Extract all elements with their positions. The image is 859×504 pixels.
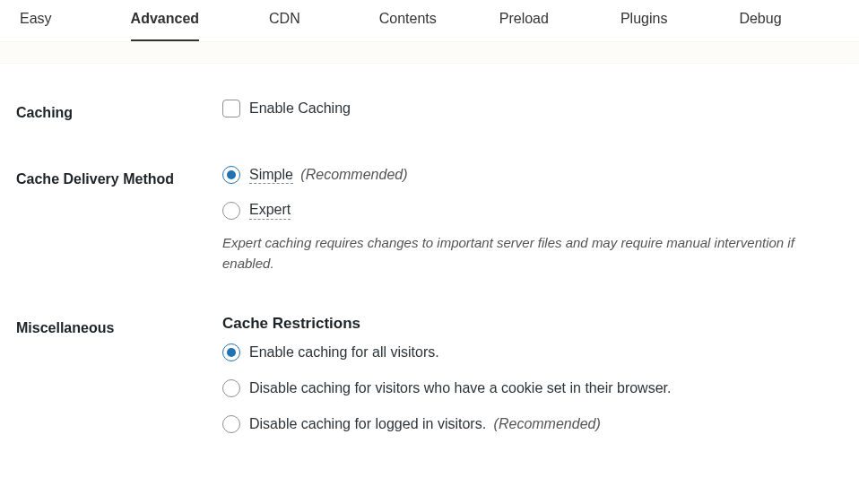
enable-caching-checkbox[interactable]: Enable Caching bbox=[222, 100, 841, 117]
delivery-expert-label: Expert bbox=[249, 202, 291, 220]
tab-cdn[interactable]: CDN bbox=[269, 0, 300, 41]
restrict-loggedin-radio[interactable]: Disable caching for logged in visitors. … bbox=[222, 415, 841, 433]
delivery-simple-label: Simple bbox=[249, 167, 293, 184]
tab-easy[interactable]: Easy bbox=[20, 0, 52, 41]
restrict-loggedin-hint: (Recommended) bbox=[494, 416, 601, 431]
row-caching: Caching Enable Caching bbox=[16, 100, 859, 125]
restrict-cookie-label: Disable caching for visitors who have a … bbox=[249, 380, 671, 396]
delivery-expert-radio[interactable]: Expert bbox=[222, 202, 841, 220]
restrict-all-label: Enable caching for all visitors. bbox=[249, 344, 439, 361]
delivery-simple-radio[interactable]: Simple (Recommended) bbox=[222, 166, 841, 184]
radio-icon bbox=[222, 343, 240, 361]
delivery-section-label: Cache Delivery Method bbox=[16, 166, 222, 191]
enable-caching-label: Enable Caching bbox=[249, 100, 351, 117]
tab-plugins[interactable]: Plugins bbox=[620, 0, 667, 41]
radio-icon bbox=[222, 202, 240, 220]
checkbox-icon bbox=[222, 100, 240, 117]
misc-section-label: Miscellaneous bbox=[16, 315, 222, 340]
delivery-expert-note: Expert caching requires changes to impor… bbox=[222, 232, 841, 274]
settings-form: Caching Enable Caching Cache Delivery Me… bbox=[0, 64, 859, 433]
tab-preload[interactable]: Preload bbox=[499, 0, 549, 41]
top-spacer bbox=[0, 42, 859, 64]
tab-advanced[interactable]: Advanced bbox=[131, 0, 199, 41]
row-delivery: Cache Delivery Method Simple (Recommende… bbox=[16, 166, 859, 274]
delivery-simple-hint: (Recommended) bbox=[300, 167, 407, 182]
tab-contents[interactable]: Contents bbox=[379, 0, 437, 41]
restrict-loggedin-label: Disable caching for logged in visitors. bbox=[249, 416, 486, 431]
restrict-cookie-radio[interactable]: Disable caching for visitors who have a … bbox=[222, 379, 841, 397]
radio-icon bbox=[222, 415, 240, 433]
row-misc: Miscellaneous Cache Restrictions Enable … bbox=[16, 315, 859, 433]
caching-section-label: Caching bbox=[16, 100, 222, 125]
restrict-all-radio[interactable]: Enable caching for all visitors. bbox=[222, 343, 841, 361]
radio-icon bbox=[222, 379, 240, 397]
tab-debug[interactable]: Debug bbox=[739, 0, 781, 41]
cache-restrictions-title: Cache Restrictions bbox=[222, 315, 841, 333]
radio-icon bbox=[222, 166, 240, 184]
tab-nav: Easy Advanced CDN Contents Preload Plugi… bbox=[0, 0, 859, 42]
